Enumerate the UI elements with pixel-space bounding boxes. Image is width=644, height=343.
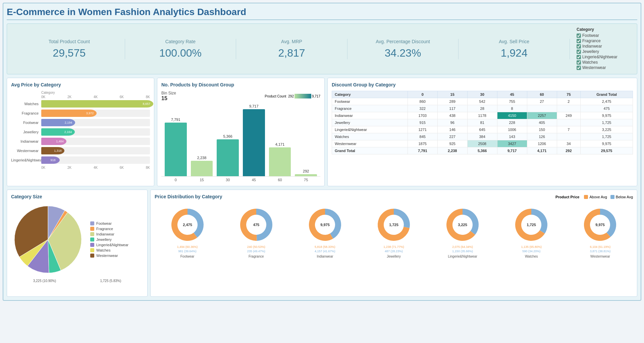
donut-svg: 1,725: [511, 205, 551, 245]
donut-category-label: Jewellery: [387, 255, 401, 258]
donut-svg: 475: [236, 205, 276, 245]
dashboard: E-Commerce in Women Fashion Analytics Da…: [3, 3, 641, 301]
pie-legend-item: Fragrance: [90, 227, 128, 231]
donut-legend: Product Price Above AvgBelow Avg: [555, 195, 633, 199]
category-filter-item: Indianwear: [577, 44, 630, 49]
category-filter-item: Westernwear: [577, 65, 630, 70]
discount-table-panel: Discount Group by Category Category01530…: [327, 78, 637, 186]
kpi-avg-sell-price: Avg. Sell Price 1,924: [459, 39, 570, 59]
table-row: Lingerie&Nightwear1271146645100615073,22…: [332, 126, 633, 133]
bottom-row: Category Size FootwearFragranceIndianwea…: [7, 190, 637, 297]
table-row: Indianwear17034381178415022572499,975: [332, 112, 633, 119]
svg-text:9,975: 9,975: [596, 223, 605, 227]
donut-item: 3,2252,075 (64.34%)1,150 (35.66%)Lingeri…: [430, 205, 495, 258]
table-row: Watches8452273841431261,725: [332, 133, 633, 140]
category-filter-item: Lingerie&Nightwear: [577, 55, 630, 59]
donut-item: 2,4751,494 (60.36%)981 (39.64%)Footwear: [155, 205, 220, 258]
donut-item: 1,7251,135 (65.80%)590 (34.20%)Watches: [499, 205, 564, 258]
pie-legend: FootwearFragranceIndianwearJewelleryLing…: [90, 221, 128, 259]
hbar-row: Indianwear 1,484: [11, 138, 150, 145]
pie-legend-item: Westernwear: [90, 254, 128, 258]
pie-legend-item: Lingerie&Nightwear: [90, 243, 128, 247]
kpi-category-rate: Category Rate 100.00%: [125, 39, 236, 59]
kpi-total-product-count: Total Product Count 29,575: [14, 39, 125, 59]
donut-category-label: Lingerie&Nightwear: [448, 255, 477, 258]
donut-svg: 9,975: [580, 205, 620, 245]
vbar-chart: 7,791 2,238 5,366 9,717 4,171 292 015304…: [161, 103, 320, 182]
donut-svg: 3,225: [442, 205, 483, 245]
donut-item: 9,9756,104 (61.19%)3,871 (38.81%)Western…: [568, 205, 633, 258]
charts-row-1: Avg Price by Category Category 0K2K4K6K8…: [7, 78, 637, 186]
category-filter-item: Jewellery: [577, 49, 630, 54]
donut-category-label: Westernwear: [590, 255, 610, 258]
kpi-avg-mrp: Avg. MRP 2,817: [236, 39, 347, 59]
svg-text:2,475: 2,475: [183, 223, 192, 227]
avg-price-category-label: Category: [11, 91, 150, 94]
donuts-row: 2,4751,494 (60.36%)981 (39.64%)Footwear4…: [155, 205, 633, 258]
hbar-row: Jewellery 2,164: [11, 128, 150, 136]
svg-text:9,975: 9,975: [320, 223, 330, 227]
vbar-col: 4,171: [269, 142, 291, 176]
donut-category-label: Footwear: [180, 255, 195, 258]
vbar-col: 2,238: [191, 156, 213, 176]
price-distribution-panel: Price Distribution by Category Product P…: [150, 190, 637, 297]
hbar-row: Westernwear 1,318: [11, 147, 150, 154]
pie-chart: [11, 203, 85, 276]
hbar-row: Fragrance 3,972: [11, 110, 150, 117]
hbar-row: Footwear 2,194: [11, 119, 150, 126]
donut-category-label: Indianwear: [317, 255, 333, 258]
table-row: Westernwear1875925250834271206349,975: [332, 140, 633, 147]
discount-table: Category01530456075Grand TotalFootwear86…: [332, 91, 633, 154]
donut-svg: 2,475: [167, 205, 208, 245]
table-grand-total: Grand Total7,7912,2385,3669,7174,1712922…: [332, 147, 633, 154]
donut-svg: 1,725: [374, 205, 414, 245]
product-count-legend: Product Count 292 9,717: [265, 94, 320, 98]
donut-category-label: Fragrance: [249, 255, 264, 258]
page-title: E-Commerce in Women Fashion Analytics Da…: [7, 7, 637, 20]
table-row: Fragrance322117288475: [332, 105, 633, 112]
vbar-col: 9,717: [243, 104, 265, 176]
discount-group-chart: No. Products by Discount Group Bin Size …: [157, 78, 325, 186]
pie-legend-item: Jewellery: [90, 237, 128, 242]
kpi-avg-pct-discount: Avg. Percentage Discount 34.23%: [347, 39, 459, 59]
table-row: Jewellery91596812284051,725: [332, 119, 633, 126]
hbar-row: Watches 8,657: [11, 100, 150, 108]
category-filter-item: Footwear: [577, 33, 630, 38]
vbar-col: 5,366: [217, 134, 239, 176]
svg-text:475: 475: [253, 223, 259, 227]
bin-size-label: Bin Size 15: [161, 91, 176, 101]
table-row: Footwear8602895427552722,475: [332, 98, 633, 105]
category-filter: Category Footwear Fragrance Indianwear J…: [570, 27, 630, 71]
hbar-chart: 0K2K4K6K8K Watches 8,657 Fragrance 3,972…: [11, 95, 150, 169]
hbar-row: Lingerie&Nightwear 918: [11, 156, 150, 164]
svg-text:1,725: 1,725: [527, 223, 536, 227]
donut-svg: 9,975: [305, 205, 345, 245]
donut-category-label: Watches: [525, 255, 538, 258]
pie-legend-item: Watches: [90, 248, 128, 252]
donut-item: 9,9755,818 (58.33%)4,157 (41.67%)Indianw…: [292, 205, 358, 258]
category-size-panel: Category Size FootwearFragranceIndianwea…: [7, 190, 148, 297]
category-filter-item: Watches: [577, 60, 630, 65]
svg-text:1,725: 1,725: [389, 223, 398, 227]
vbar-col: 7,791: [165, 118, 187, 176]
pie-legend-item: Footwear: [90, 221, 128, 225]
pie-legend-item: Indianwear: [90, 232, 128, 236]
category-filter-item: Fragrance: [577, 39, 630, 43]
kpi-row: Total Product Count 29,575 Category Rate…: [7, 23, 637, 74]
donut-item: 1,7251,238 (71.77%)487 (28.23%)Jewellery: [361, 205, 426, 258]
donut-item: 475240 (50.53%)235 (49.47%)Fragrance: [223, 205, 289, 258]
svg-text:3,225: 3,225: [458, 223, 467, 227]
avg-price-chart: Avg Price by Category Category 0K2K4K6K8…: [7, 78, 154, 186]
vbar-col: 292: [295, 169, 317, 176]
